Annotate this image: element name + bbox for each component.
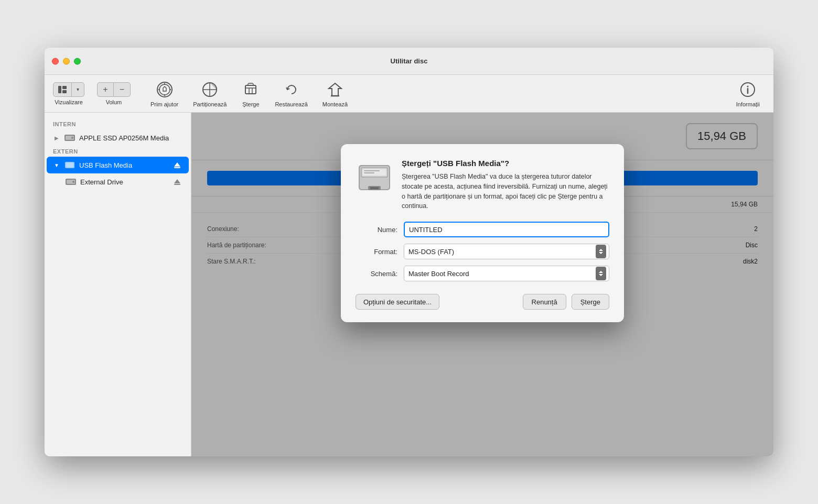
minimize-button[interactable] [63, 58, 70, 64]
maximize-button[interactable] [74, 58, 81, 64]
window-title: Utilitar disc [391, 57, 428, 65]
external-drive-label: External Drive [80, 178, 123, 186]
eject-external-icon[interactable] [172, 177, 182, 187]
traffic-lights [52, 58, 81, 64]
restore-icon [282, 80, 301, 99]
erase-button[interactable]: Șterge [572, 294, 609, 310]
security-options-button[interactable]: Opțiuni de securitate... [356, 294, 439, 310]
dialog-header-text: Ștergeți "USB Flash Media"? Ștergerea "U… [402, 159, 609, 211]
format-select-wrapper: MS-DOS (FAT) ExFAT Mac OS Extended (Jour… [404, 244, 609, 259]
disclosure-icon-usb: ▼ [53, 161, 60, 169]
format-label: Format: [356, 248, 397, 256]
sidebar-item-external[interactable]: External Drive [47, 173, 189, 190]
info-action[interactable]: Informații [736, 80, 760, 107]
view-chevron-button[interactable]: ▾ [72, 82, 84, 97]
dialog-buttons: Opțiuni de securitate... Renunță Șterge [356, 294, 609, 310]
format-select[interactable]: MS-DOS (FAT) ExFAT Mac OS Extended (Jour… [404, 244, 609, 259]
schema-select[interactable]: Master Boot Record GUID Partition Map Ap… [404, 266, 609, 281]
svg-rect-12 [245, 85, 256, 94]
mount-action[interactable]: Montează [322, 80, 348, 107]
view-button[interactable] [53, 82, 72, 97]
external-disk-icon [66, 177, 76, 187]
right-panel: 15,94 GB 15,94 GB Conexiune: USB [191, 113, 773, 456]
svg-point-24 [71, 137, 73, 139]
dialog-title: Ștergeți "USB Flash Media"? [402, 159, 609, 168]
extern-header: Extern [45, 146, 191, 157]
first-aid-label: Prim ajutor [150, 101, 178, 107]
svg-rect-2 [62, 90, 67, 93]
disk-icon [64, 133, 75, 143]
sidebar-item-usb[interactable]: ▼ USB Flash Media [47, 157, 189, 173]
disclosure-icon: ▶ [53, 134, 60, 141]
close-button[interactable] [52, 58, 59, 64]
svg-rect-39 [364, 170, 380, 171]
erase-toolbar-label: Șterge [242, 101, 259, 107]
svg-rect-40 [364, 172, 374, 173]
sidebar: Intern ▶ APPLE SSD AP0256M Media Extern … [45, 113, 191, 456]
eject-icon[interactable] [172, 160, 182, 170]
dialog-overlay: Ștergeți "USB Flash Media"? Ștergerea "U… [191, 113, 773, 456]
cancel-button[interactable]: Renunță [523, 294, 566, 310]
titlebar: Utilitar disc [45, 48, 773, 75]
sidebar-item-apple-ssd[interactable]: ▶ APPLE SSD AP0256M Media [47, 129, 189, 146]
usb-icon [64, 160, 75, 170]
dialog-form: Nume: Format: MS-DOS (FAT) ExFAT Mac OS … [356, 220, 609, 283]
svg-rect-0 [58, 86, 61, 93]
erase-icon [241, 80, 260, 99]
main-window: Utilitar disc ▾ Vizualizare + − [45, 48, 773, 456]
svg-marker-17 [329, 83, 341, 96]
svg-rect-1 [62, 86, 67, 89]
name-row: Nume: [356, 222, 609, 237]
schema-select-wrapper: Master Boot Record GUID Partition Map Ap… [404, 266, 609, 281]
main-content: Intern ▶ APPLE SSD AP0256M Media Extern … [45, 113, 773, 456]
restore-action[interactable]: Restaurează [275, 80, 307, 107]
sidebar-usb-label: USB Flash Media [79, 161, 132, 169]
add-volume-button[interactable]: + [97, 82, 114, 97]
erase-dialog: Ștergeți "USB Flash Media"? Ștergerea "U… [341, 144, 624, 322]
first-aid-icon [155, 80, 174, 99]
intern-header: Intern [45, 119, 191, 129]
schema-label: Schemă: [356, 270, 397, 278]
dialog-description: Ștergerea "USB Flash Media" va duce la ș… [402, 172, 609, 211]
volume-label: Volum [106, 99, 122, 105]
info-label: Informații [736, 101, 760, 107]
toolbar: ▾ Vizualizare + − Volum [45, 75, 773, 113]
partition-label: Partiționează [193, 101, 227, 107]
format-row: Format: MS-DOS (FAT) ExFAT Mac OS Extend… [356, 244, 609, 259]
mount-label: Montează [322, 101, 348, 107]
view-label: Vizualizare [55, 99, 83, 105]
svg-point-21 [747, 85, 749, 87]
svg-rect-28 [174, 167, 180, 168]
first-aid-action[interactable]: Prim ajutor [150, 80, 178, 107]
name-label: Nume: [356, 226, 397, 234]
svg-rect-42 [370, 187, 379, 189]
name-input[interactable] [404, 222, 609, 237]
svg-rect-33 [174, 184, 180, 185]
sidebar-item-label: APPLE SSD AP0256M Media [79, 134, 169, 142]
svg-marker-32 [174, 179, 180, 183]
partition-icon [200, 80, 219, 99]
info-icon [738, 80, 757, 99]
svg-marker-27 [174, 162, 180, 167]
svg-rect-26 [66, 163, 73, 167]
svg-point-31 [72, 181, 74, 183]
dialog-header: Ștergeți "USB Flash Media"? Ștergerea "U… [356, 159, 609, 211]
dialog-disk-icon [356, 159, 393, 196]
usb-drive-svg [357, 160, 392, 195]
erase-action[interactable]: Șterge [241, 80, 260, 107]
mount-icon [326, 80, 345, 99]
schema-row: Schemă: Master Boot Record GUID Partitio… [356, 266, 609, 281]
remove-volume-button[interactable]: − [114, 82, 131, 97]
partition-action[interactable]: Partiționează [193, 80, 227, 107]
restore-label: Restaurează [275, 101, 307, 107]
